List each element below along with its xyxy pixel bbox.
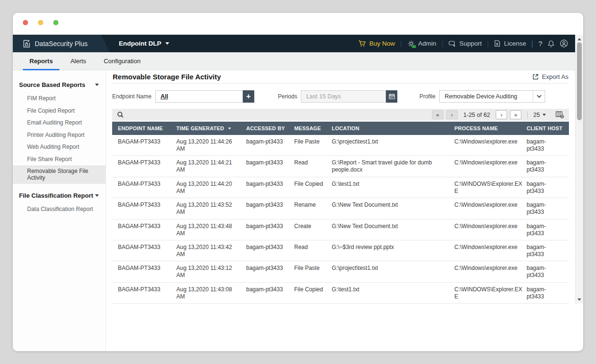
divider: | (442, 40, 443, 48)
filter-row: Endpoint Name All + Periods Last 15 Days (112, 84, 569, 109)
cell-endpoint-name: BAGAM-PT3433 (118, 223, 176, 230)
column-header-process-name[interactable]: PROCESS NAME (454, 125, 527, 131)
export-as-button[interactable]: Export As (532, 73, 568, 80)
cell-accessed-by: bagam-pt3433 (246, 181, 294, 188)
cell-client-host: bagam-pt3433 (527, 265, 569, 279)
cell-location: G:\New Text Document.txt (332, 223, 454, 230)
cell-process-name: C:\Windows\explorer.exe (454, 159, 527, 166)
divider: | (400, 40, 402, 48)
calendar-icon (389, 93, 395, 99)
cell-client-host: bagam-pt3433 (527, 181, 569, 195)
table-row[interactable]: BAGAM-PT3433Aug 13,2020 11:43:42 AMbagam… (112, 240, 569, 261)
report-title-row: Removable Storage File Activity Export A… (112, 70, 569, 84)
table-row[interactable]: BAGAM-PT3433Aug 13,2020 11:43:48 AMbagam… (112, 220, 569, 240)
pagination: « ‹ 1-25 of 62 › » 25 (432, 110, 564, 119)
sidebar-item-file-copied-report[interactable]: File Copied Report (13, 105, 106, 117)
cell-location: G:\Report - Smart travel guide for dumb … (332, 159, 454, 173)
column-header-endpoint-name[interactable]: ENDPOINT NAME (118, 125, 176, 131)
prev-page-button[interactable]: ‹ (446, 110, 458, 119)
calendar-button[interactable] (386, 90, 397, 103)
close-window-button[interactable] (23, 20, 28, 25)
scroll-down-arrow[interactable] (576, 296, 583, 303)
scroll-up-arrow[interactable] (576, 36, 583, 42)
column-chooser-button[interactable] (556, 111, 564, 118)
brand-name: DataSecurity Plus (35, 40, 87, 48)
column-header-accessed-by[interactable]: ACCESSED BY (246, 125, 294, 131)
maximize-window-button[interactable] (53, 20, 58, 25)
admin-badge (412, 45, 416, 48)
cell-message: File Copied (294, 181, 332, 188)
column-header-client-host[interactable]: CLIENT HOST (527, 125, 569, 131)
table-row[interactable]: BAGAM-PT3433Aug 13,2020 11:44:26 AMbagam… (112, 135, 569, 156)
cell-client-host: bagam-pt3433 (527, 223, 569, 237)
notifications-bell-icon[interactable] (548, 40, 555, 48)
cell-endpoint-name: BAGAM-PT3433 (118, 265, 176, 272)
cell-location: G:\project\test1.txt (332, 265, 454, 272)
tab-reports[interactable]: Reports (29, 52, 54, 70)
next-page-button[interactable]: › (496, 110, 507, 119)
table-row[interactable]: BAGAM-PT3433Aug 13,2020 11:44:21 AMbagam… (112, 156, 569, 177)
endpoint-name-label: Endpoint Name (112, 93, 152, 100)
buy-now-link[interactable]: Buy Now (358, 40, 395, 47)
table-toolbar: « ‹ 1-25 of 62 › » 25 (112, 109, 569, 121)
first-page-button[interactable]: « (432, 110, 443, 119)
minimize-window-button[interactable] (38, 20, 43, 25)
admin-link[interactable]: Admin (407, 40, 436, 48)
tab-configuration[interactable]: Configuration (103, 52, 141, 70)
last-page-button[interactable]: » (510, 110, 521, 119)
search-icon[interactable] (117, 111, 124, 118)
cell-endpoint-name: BAGAM-PT3433 (118, 286, 176, 293)
sidebar-item-fim-report[interactable]: FIM Report (13, 93, 106, 105)
page-size-dropdown[interactable]: 25 (533, 112, 546, 118)
license-link[interactable]: License (494, 40, 526, 47)
cell-process-name: C:\Windows\explorer.exe (454, 223, 527, 230)
product-switcher[interactable]: Endpoint DLP (119, 40, 169, 47)
periods-label: Periods (278, 93, 298, 100)
table-body: BAGAM-PT3433Aug 13,2020 11:44:26 AMbagam… (112, 135, 569, 304)
help-button[interactable]: ? (538, 39, 542, 48)
add-endpoint-button[interactable]: + (243, 90, 254, 103)
sidebar-item-printer-auditing-report[interactable]: Printer Auditing Report (13, 129, 106, 142)
column-header-message[interactable]: MESSAGE (294, 125, 332, 131)
app-window: DataSecurity Plus Endpoint DLP Buy Now | (13, 13, 583, 351)
cell-location: G:\test1.txt (332, 286, 454, 293)
sidebar-item-file-share-report[interactable]: File Share Report (13, 153, 106, 166)
sidebar-gap (13, 184, 106, 188)
account-icon[interactable] (560, 39, 568, 48)
cell-accessed-by: bagam-pt3433 (246, 201, 294, 209)
scrollbar-thumb[interactable] (577, 42, 582, 120)
sidebar-item-removable-storage-file-activity[interactable]: Removable Storage File Activity (13, 165, 106, 184)
table-row[interactable]: BAGAM-PT3433Aug 13,2020 11:44:20 AMbagam… (112, 177, 569, 198)
divider: | (531, 40, 533, 48)
endpoint-name-input[interactable]: All (155, 90, 243, 103)
column-header-time-generated[interactable]: TIME GENERATED (176, 125, 246, 131)
sidebar-section-source-based-reports[interactable]: Source Based Reports (13, 77, 106, 93)
cell-process-name: C:\WINDOWS\Explorer.EXE (454, 181, 527, 195)
cell-client-host: bagam-pt3433 (527, 286, 569, 300)
tab-alerts[interactable]: Alerts (69, 52, 87, 70)
endpoint-name-value[interactable]: All (161, 93, 168, 100)
cell-endpoint-name: BAGAM-PT3433 (118, 159, 176, 166)
table-row[interactable]: BAGAM-PT3433Aug 13,2020 11:43:12 AMbagam… (112, 261, 569, 282)
chevron-down-icon (95, 84, 99, 86)
profile-select[interactable]: Removable Device Auditing (439, 90, 545, 103)
chevron-down-icon (95, 194, 99, 197)
column-label: ENDPOINT NAME (118, 125, 163, 131)
sidebar-item-email-auditing-report[interactable]: Email Auditing Report (13, 117, 106, 129)
table-row[interactable]: BAGAM-PT3433Aug 13,2020 11:43:08 AMbagam… (112, 283, 569, 304)
sidebar-section-file-classification-report[interactable]: File Classification Report (13, 188, 106, 203)
sidebar-item-web-auditing-report[interactable]: Web Auditing Report (13, 141, 106, 153)
cell-endpoint-name: BAGAM-PT3433 (118, 201, 176, 209)
cell-accessed-by: bagam-pt3433 (246, 223, 294, 230)
column-header-location[interactable]: LOCATION (332, 125, 454, 131)
navbar-actions: Buy Now | Admin | Support | (358, 39, 575, 48)
periods-input[interactable]: Last 15 Days (301, 90, 386, 103)
sidebar-item-data-classification-report[interactable]: Data Classification Report (13, 203, 106, 216)
cell-location: G:\New Text Document.txt (332, 201, 454, 209)
app-logo: DataSecurity Plus (22, 39, 87, 48)
profile-label: Profile (419, 93, 435, 100)
sidebar: Source Based ReportsFIM ReportFile Copie… (13, 70, 106, 351)
table-row[interactable]: BAGAM-PT3433Aug 13,2020 11:43:52 AMbagam… (112, 198, 569, 219)
support-link[interactable]: Support (449, 40, 482, 47)
cell-time-generated: Aug 13,2020 11:44:21 AM (176, 159, 240, 173)
